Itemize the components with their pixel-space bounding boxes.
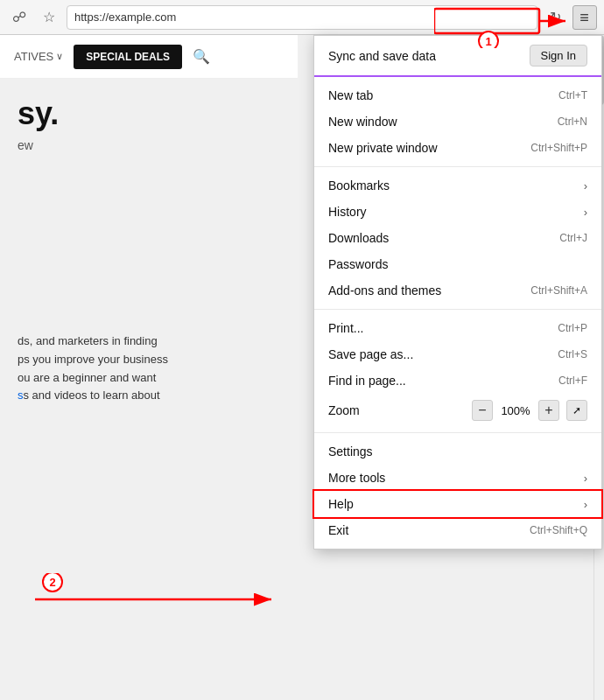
- menu-item-more-tools[interactable]: More tools ›: [314, 465, 601, 491]
- site-nav: ATIVES ∨ SPECIAL DEALS 🔍: [0, 35, 298, 79]
- menu-item-addons[interactable]: Add-ons and themes Ctrl+Shift+A: [314, 277, 601, 304]
- menu-item-bookmarks[interactable]: Bookmarks ›: [314, 172, 601, 199]
- menu-item-new-window[interactable]: New window Ctrl+N: [314, 108, 601, 135]
- menu-item-history[interactable]: History ›: [314, 199, 601, 225]
- menu-item-help[interactable]: Help ›: [314, 491, 601, 517]
- menu-group-system: Settings More tools › Help › Exit Ctrl+S…: [314, 433, 601, 549]
- sign-in-button[interactable]: Sign In: [530, 45, 587, 66]
- zoom-row: Zoom − 100% + ➚: [314, 394, 601, 427]
- browser-toolbar: ☍ ☆ ↻ ≡: [0, 0, 604, 35]
- hamburger-icon: ≡: [579, 10, 590, 25]
- address-bar[interactable]: [67, 5, 537, 30]
- site-body: ds, and marketers in finding ps you impr…: [0, 315, 298, 423]
- menu-item-settings[interactable]: Settings: [314, 438, 601, 465]
- sync-section: Sync and save data Sign In: [314, 36, 601, 77]
- menu-item-private-window[interactable]: New private window Ctrl+Shift+P: [314, 135, 601, 161]
- zoom-out-button[interactable]: −: [472, 400, 493, 421]
- menu-item-downloads[interactable]: Downloads Ctrl+J: [314, 225, 601, 251]
- svg-point-7: [43, 573, 62, 592]
- menu-item-find[interactable]: Find in page... Ctrl+F: [314, 368, 601, 394]
- menu-item-passwords[interactable]: Passwords: [314, 251, 601, 277]
- refresh-icon[interactable]: ↻: [543, 5, 567, 30]
- hamburger-menu-button[interactable]: ≡: [572, 5, 597, 30]
- site-headline: sy.: [18, 96, 280, 131]
- menu-group-bookmarks: Bookmarks › History › Downloads Ctrl+J P…: [314, 167, 601, 310]
- menu-item-save-page[interactable]: Save page as... Ctrl+S: [314, 341, 601, 368]
- menu-item-print[interactable]: Print... Ctrl+P: [314, 315, 601, 341]
- zoom-fullscreen-button[interactable]: ➚: [566, 400, 587, 421]
- menu-item-new-tab[interactable]: New tab Ctrl+T: [314, 82, 601, 108]
- svg-text:2: 2: [49, 576, 55, 589]
- zoom-in-button[interactable]: +: [538, 400, 559, 421]
- menu-group-new: New tab Ctrl+T New window Ctrl+N New pri…: [314, 77, 601, 167]
- reader-view-icon[interactable]: ☍: [7, 5, 32, 30]
- zoom-value: 100%: [500, 404, 531, 417]
- site-body-text: ds, and marketers in finding ps you impr…: [18, 332, 280, 405]
- site-content: sy. ew: [0, 79, 298, 170]
- nav-initiatives: ATIVES ∨: [14, 50, 63, 63]
- menu-item-exit[interactable]: Exit Ctrl+Shift+Q: [314, 517, 601, 543]
- annotation-arrow-2: 2: [35, 573, 306, 626]
- zoom-label: Zoom: [328, 403, 360, 417]
- site-subtext: ew: [18, 138, 280, 152]
- browser-menu-dropdown: Sync and save data Sign In New tab Ctrl+…: [313, 35, 602, 550]
- special-deals-button[interactable]: SPECIAL DEALS: [74, 45, 182, 69]
- search-nav-icon[interactable]: 🔍: [193, 48, 210, 65]
- zoom-controls: − 100% + ➚: [472, 400, 587, 421]
- bookmark-icon[interactable]: ☆: [37, 5, 61, 30]
- sync-text: Sync and save data: [328, 49, 436, 63]
- menu-group-page: Print... Ctrl+P Save page as... Ctrl+S F…: [314, 310, 601, 433]
